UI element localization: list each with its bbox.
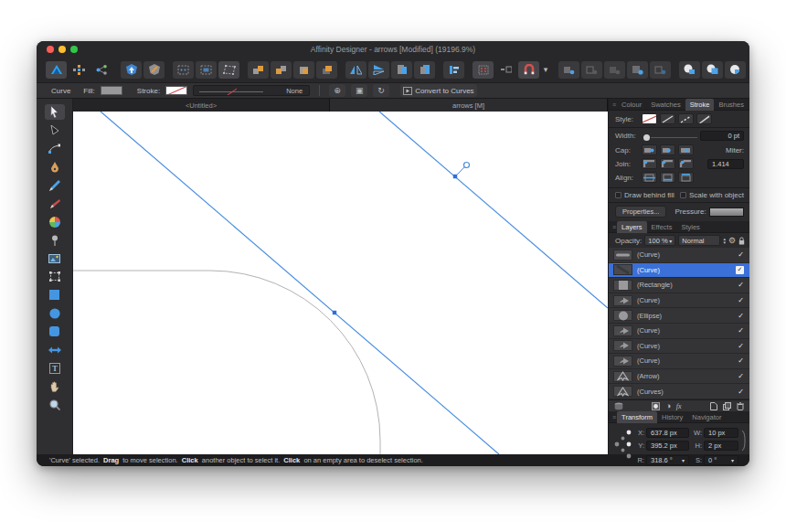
flip-vertical-button[interactable] <box>368 61 389 79</box>
tab-layers[interactable]: Layers <box>617 221 647 233</box>
stroke-width-slider[interactable]: None <box>193 85 310 96</box>
flip-horizontal-button[interactable] <box>345 61 366 79</box>
adjustment-layer-icon[interactable]: ◑ <box>665 401 670 410</box>
boolean-subtract-button[interactable] <box>702 61 723 79</box>
arrow-tool-button[interactable] <box>45 342 65 357</box>
opacity-dropdown[interactable]: 100 % ▾ <box>644 235 675 246</box>
snapping-options-caret[interactable]: ▾ <box>541 61 550 79</box>
convert-to-curves-button[interactable]: Convert to Curves <box>400 84 476 97</box>
layer-visibility-check[interactable]: ✓ <box>738 312 744 320</box>
tab-history[interactable]: History <box>657 411 687 423</box>
layer-row[interactable]: (Rectangle) ✓ <box>609 278 749 293</box>
boolean-divide-button[interactable] <box>725 61 746 79</box>
title-bar[interactable]: Affinity Designer - arrows [Modified] (1… <box>37 41 749 57</box>
properties-button[interactable]: Properties... <box>615 206 666 218</box>
tab-colour[interactable]: Colour <box>617 99 646 111</box>
transform-origin-button[interactable]: ⊕ <box>329 84 345 97</box>
delete-layer-trash-icon[interactable] <box>737 402 744 410</box>
x-field[interactable]: 637.8 px <box>646 428 689 438</box>
tab-effects[interactable]: Effects <box>647 221 677 233</box>
blend-options-gear-icon[interactable]: ⚙ <box>728 236 736 245</box>
layer-row[interactable]: (Curve) ✓ <box>609 354 749 369</box>
insert-behind-button[interactable] <box>248 61 269 79</box>
doc-tab-arrows[interactable]: arrows [M] <box>330 99 608 112</box>
tab-brushes[interactable]: Brushes <box>714 99 749 111</box>
close-window-button[interactable] <box>47 46 54 53</box>
panel-menu-icon[interactable]: ≡ <box>612 101 616 108</box>
r-field[interactable]: 318.6 ° ▾ <box>646 455 689 465</box>
width-slider-knob[interactable] <box>643 134 650 141</box>
point-transform-tool-button[interactable] <box>45 141 65 156</box>
layer-row[interactable]: (Curve) ✓ <box>609 324 749 339</box>
draw-behind-fill-checkbox[interactable] <box>615 192 621 198</box>
zoom-window-button[interactable] <box>70 46 78 53</box>
fill-swatch[interactable] <box>101 86 122 95</box>
panel-menu-icon[interactable]: ≡ <box>612 224 616 230</box>
join-miter-button[interactable] <box>642 158 657 169</box>
vector-brush-tool-button[interactable] <box>45 196 65 211</box>
doc-tab-untitled[interactable]: <Untitled> <box>73 99 330 112</box>
s-field[interactable]: 0 ° ▾ <box>704 455 738 465</box>
join-round-button[interactable] <box>660 158 675 169</box>
cap-round-button[interactable] <box>660 144 675 155</box>
style-none-button[interactable] <box>642 113 657 124</box>
add-layer-icon[interactable] <box>710 402 717 410</box>
layer-visibility-check[interactable]: ✓ <box>738 326 744 335</box>
layer-row[interactable]: (Curve) ✓ <box>609 248 749 263</box>
join-bevel-button[interactable] <box>678 158 694 169</box>
pixel-grid-toggle[interactable] <box>473 61 494 79</box>
artistic-text-tool-button[interactable]: T <box>45 360 65 376</box>
layer-row[interactable]: (Curve) ✓ <box>609 339 749 355</box>
layer-visibility-check[interactable]: ✓ <box>738 388 744 396</box>
vector-crop-tool-button[interactable] <box>45 269 65 284</box>
rectangle-tool-button[interactable] <box>45 287 65 303</box>
layer-visibility-check[interactable]: ✓ <box>738 296 744 304</box>
marquee-solid-button[interactable] <box>196 61 217 79</box>
panel-menu-icon[interactable]: ≡ <box>612 414 616 420</box>
rounded-rectangle-tool-button[interactable] <box>45 324 65 339</box>
snap-preset-button-1[interactable] <box>558 61 579 79</box>
alignment-options-button[interactable] <box>443 61 464 79</box>
pencil-tool-button[interactable] <box>45 177 65 193</box>
pressure-profile[interactable] <box>709 207 744 217</box>
fill-tool-button[interactable] <box>45 232 65 248</box>
miter-value-field[interactable]: 1.414 <box>707 159 744 169</box>
show-rotation-centre-button[interactable]: ▣ <box>351 84 367 97</box>
designer-persona-button[interactable] <box>46 61 67 79</box>
insert-on-top-button[interactable] <box>316 61 337 79</box>
marquee-skew-button[interactable] <box>218 61 239 79</box>
export-persona-button[interactable] <box>91 61 112 79</box>
insert-inside-button[interactable] <box>293 61 314 79</box>
layer-effects-button[interactable]: fx <box>676 402 682 410</box>
tab-swatches[interactable]: Swatches <box>646 99 685 111</box>
layer-visibility-checkbox[interactable]: ✓ <box>736 266 744 274</box>
style-brush-button[interactable] <box>696 113 712 124</box>
snap-preset-button-2[interactable] <box>581 61 602 79</box>
layer-row[interactable]: (Arrow) ✓ <box>609 369 749 385</box>
shield-pencil-button[interactable] <box>143 61 165 79</box>
align-centre-button[interactable] <box>642 172 657 183</box>
layer-row[interactable]: (Curves) ✓ <box>609 384 749 399</box>
move-by-whole-pixels-toggle[interactable] <box>495 61 516 79</box>
pen-tool-button[interactable] <box>45 159 65 175</box>
y-field[interactable]: 395.2 px <box>646 441 689 451</box>
scale-with-object-checkbox[interactable] <box>680 192 686 198</box>
node-tool-button[interactable] <box>45 122 65 138</box>
zoom-tool-button[interactable] <box>45 397 65 412</box>
h-field[interactable]: 2 px <box>704 441 738 451</box>
tab-transform[interactable]: Transform <box>617 411 657 423</box>
layer-visibility-check[interactable]: ✓ <box>738 281 744 289</box>
blend-stepper[interactable]: ▴▾ <box>723 237 726 244</box>
w-field[interactable]: 10 px <box>704 428 738 438</box>
cap-square-button[interactable] <box>678 144 694 155</box>
layer-visibility-check[interactable]: ✓ <box>738 372 744 380</box>
layer-visibility-check[interactable]: ✓ <box>738 250 744 259</box>
snap-preset-button-3[interactable] <box>604 61 625 79</box>
lock-icon[interactable] <box>738 237 745 245</box>
pixel-persona-button[interactable] <box>69 61 90 79</box>
blend-mode-dropdown[interactable]: Normal <box>678 235 720 246</box>
tab-stroke[interactable]: Stroke <box>685 99 715 111</box>
layer-row-selected[interactable]: (Curve) ✓ <box>609 263 749 279</box>
snapping-toggle[interactable] <box>518 61 539 79</box>
edit-all-layers-icon[interactable] <box>614 402 623 410</box>
